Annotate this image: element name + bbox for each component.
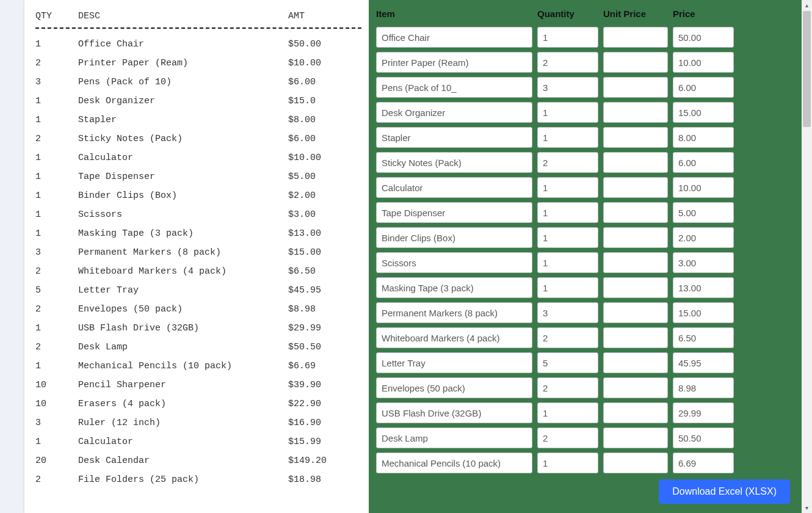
- receipt-cell-desc: Calculator: [78, 153, 288, 163]
- price-input[interactable]: [673, 202, 734, 223]
- unit-price-input[interactable]: [603, 377, 668, 398]
- receipt-cell-qty: 1: [35, 153, 78, 163]
- receipt-cell-desc: Envelopes (50 pack): [78, 304, 288, 315]
- editor-row: [376, 402, 808, 423]
- receipt-col-desc: DESC: [78, 11, 288, 21]
- price-input[interactable]: [673, 428, 734, 448]
- quantity-input[interactable]: [537, 127, 598, 148]
- unit-price-input[interactable]: [603, 177, 668, 198]
- scroll-down-arrow-icon[interactable]: ▾: [802, 503, 812, 513]
- unit-price-input[interactable]: [603, 102, 668, 123]
- quantity-input[interactable]: [537, 377, 598, 398]
- unit-price-input[interactable]: [603, 202, 668, 223]
- unit-price-input[interactable]: [603, 52, 668, 73]
- price-input[interactable]: [673, 152, 734, 173]
- price-input[interactable]: [673, 227, 734, 248]
- editor-col-qty: Quantity: [537, 9, 598, 19]
- quantity-input[interactable]: [537, 428, 598, 448]
- receipt-document: QTY DESC AMT 1Office Chair$50.002Printer…: [24, 0, 369, 513]
- quantity-input[interactable]: [537, 52, 598, 73]
- quantity-input[interactable]: [537, 202, 598, 223]
- item-input[interactable]: [376, 227, 532, 248]
- price-input[interactable]: [673, 377, 734, 398]
- quantity-input[interactable]: [537, 77, 598, 98]
- scroll-up-arrow-icon[interactable]: ▴: [802, 0, 812, 10]
- price-input[interactable]: [673, 277, 734, 298]
- scroll-thumb[interactable]: [803, 11, 811, 127]
- receipt-cell-desc: Mechanical Pencils (10 pack): [78, 361, 288, 371]
- receipt-row: 1USB Flash Drive (32GB)$29.99: [35, 319, 361, 338]
- item-input[interactable]: [376, 102, 532, 123]
- price-input[interactable]: [673, 352, 734, 373]
- item-input[interactable]: [376, 177, 532, 198]
- item-input[interactable]: [376, 277, 532, 298]
- quantity-input[interactable]: [537, 227, 598, 248]
- price-input[interactable]: [673, 27, 734, 48]
- item-input[interactable]: [376, 202, 532, 223]
- item-input[interactable]: [376, 402, 532, 423]
- item-input[interactable]: [376, 52, 532, 73]
- item-input[interactable]: [376, 453, 532, 473]
- item-input[interactable]: [376, 428, 532, 448]
- receipt-row: 1Calculator$15.99: [35, 432, 361, 451]
- quantity-input[interactable]: [537, 152, 598, 173]
- vertical-scrollbar[interactable]: ▴ ▾: [802, 0, 812, 513]
- price-input[interactable]: [673, 52, 734, 73]
- price-input[interactable]: [673, 327, 734, 348]
- unit-price-input[interactable]: [603, 327, 668, 348]
- receipt-cell-amt: $8.00: [288, 115, 361, 125]
- quantity-input[interactable]: [537, 102, 598, 123]
- receipt-header-row: QTY DESC AMT: [35, 11, 361, 27]
- price-input[interactable]: [673, 453, 734, 473]
- item-input[interactable]: [376, 377, 532, 398]
- editor-col-unit: Unit Price: [603, 9, 668, 19]
- unit-price-input[interactable]: [603, 227, 668, 248]
- price-input[interactable]: [673, 177, 734, 198]
- unit-price-input[interactable]: [603, 252, 668, 273]
- quantity-input[interactable]: [537, 27, 598, 48]
- unit-price-input[interactable]: [603, 27, 668, 48]
- item-input[interactable]: [376, 252, 532, 273]
- receipt-row: 1Tape Dispenser$5.00: [35, 167, 361, 186]
- unit-price-input[interactable]: [603, 277, 668, 298]
- item-input[interactable]: [376, 302, 532, 323]
- quantity-input[interactable]: [537, 352, 598, 373]
- quantity-input[interactable]: [537, 177, 598, 198]
- unit-price-input[interactable]: [603, 428, 668, 448]
- editor-row: [376, 227, 808, 248]
- item-input[interactable]: [376, 127, 532, 148]
- receipt-row: 2Desk Lamp$50.50: [35, 338, 361, 357]
- quantity-input[interactable]: [537, 453, 598, 473]
- receipt-cell-amt: $22.90: [288, 399, 361, 409]
- editor-row: [376, 428, 808, 448]
- receipt-cell-desc: Printer Paper (Ream): [78, 58, 288, 68]
- receipt-row: 5Letter Tray$45.95: [35, 281, 361, 300]
- download-xlsx-button[interactable]: Download Excel (XLSX): [659, 479, 790, 504]
- price-input[interactable]: [673, 302, 734, 323]
- item-input[interactable]: [376, 27, 532, 48]
- unit-price-input[interactable]: [603, 453, 668, 473]
- unit-price-input[interactable]: [603, 77, 668, 98]
- receipt-cell-amt: $5.00: [288, 172, 361, 182]
- quantity-input[interactable]: [537, 302, 598, 323]
- price-input[interactable]: [673, 252, 734, 273]
- price-input[interactable]: [673, 402, 734, 423]
- quantity-input[interactable]: [537, 277, 598, 298]
- unit-price-input[interactable]: [603, 352, 668, 373]
- receipt-cell-desc: Whiteboard Markers (4 pack): [78, 266, 288, 277]
- quantity-input[interactable]: [537, 252, 598, 273]
- unit-price-input[interactable]: [603, 127, 668, 148]
- price-input[interactable]: [673, 127, 734, 148]
- price-input[interactable]: [673, 102, 734, 123]
- item-input[interactable]: [376, 77, 532, 98]
- price-input[interactable]: [673, 77, 734, 98]
- unit-price-input[interactable]: [603, 302, 668, 323]
- unit-price-input[interactable]: [603, 402, 668, 423]
- item-input[interactable]: [376, 352, 532, 373]
- unit-price-input[interactable]: [603, 152, 668, 173]
- item-input[interactable]: [376, 327, 532, 348]
- quantity-input[interactable]: [537, 327, 598, 348]
- receipt-cell-desc: Masking Tape (3 pack): [78, 228, 288, 239]
- quantity-input[interactable]: [537, 402, 598, 423]
- item-input[interactable]: [376, 152, 532, 173]
